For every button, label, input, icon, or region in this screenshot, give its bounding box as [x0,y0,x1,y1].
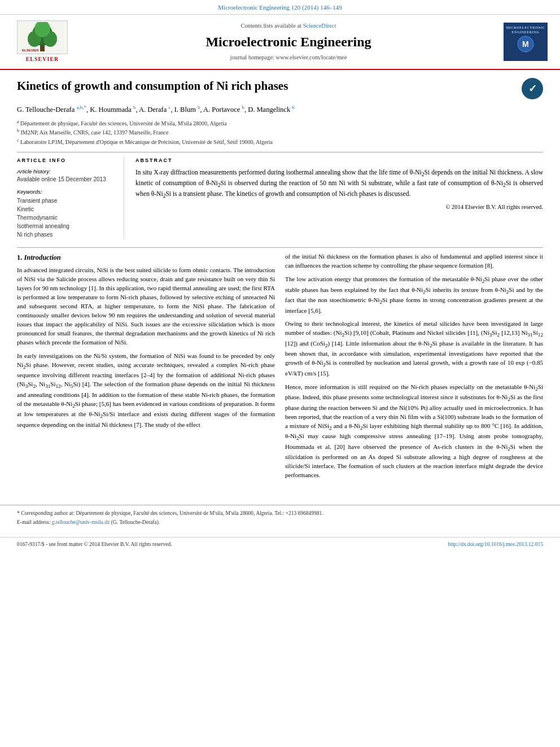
crossmark[interactable]: ✓ [522,78,543,99]
body-col-left: 1. Introduction In advanced integrated c… [17,252,275,484]
journal-header: ELSEVIER ELSEVIER Contents lists availab… [0,15,560,70]
authors-line: G. Tellouche-Derafa a,b,*, K. Hoummada b… [17,104,543,115]
elsevier-wordmark: ELSEVIER [26,55,59,63]
right-para-1: of the initial Ni thickness on the forma… [285,252,543,270]
svg-text:✓: ✓ [528,83,537,94]
sciencedirect-link[interactable]: ScienceDirect [303,23,336,29]
svg-text:M: M [522,40,529,49]
article-content: Kinetics of growth and consumption of Ni… [0,70,560,495]
divider [17,152,543,152]
copyright-line: © 2014 Elsevier B.V. All rights reserved… [135,203,543,212]
intro-para-2: In early investigations on the Ni/Si sys… [17,352,275,430]
logo-icon: M [517,36,534,58]
affiliation-b: b IM2NP, Aix Marseille, CNRS, case 142, … [17,128,543,137]
keyword-5: Ni rich phases [17,231,116,239]
svg-text:ELSEVIER: ELSEVIER [22,49,39,52]
article-info-title: ARTICLE INFO [17,157,116,164]
elsevier-tree-logo: ELSEVIER [17,20,68,54]
journal-homepage: journal homepage: www.elsevier.com/locat… [79,54,498,62]
page-wrapper: Microelectronic Engineering 120 (2014) 1… [0,0,560,747]
journal-reference: Microelectronic Engineering 120 (2014) 1… [218,4,342,11]
top-bar: Microelectronic Engineering 120 (2014) 1… [0,0,560,15]
article-info-col: ARTICLE INFO Article history: Available … [17,157,124,239]
email-link[interactable]: g.tellouche@univ-msila.dz [52,519,110,525]
issn-text: 0167-9317/$ - see front matter © 2014 El… [17,541,172,548]
abstract-col: ABSTRACT In situ X-ray diffraction measu… [135,157,543,239]
article-title-row: Kinetics of growth and consumption of Ni… [17,78,543,99]
crossmark-icon[interactable]: ✓ [522,78,543,99]
affiliations: a Département de physique, Faculté des s… [17,119,543,146]
journal-logo-right-area: MICROELECTRONIC ENGINEERING M [504,23,549,61]
keyword-2: Kinetic [17,206,116,213]
journal-logo-right: MICROELECTRONIC ENGINEERING M [504,23,548,61]
keyword-3: Thermodynamic [17,214,116,222]
right-para-2: The low activation energy that promotes … [285,275,543,315]
divider-2 [17,247,543,248]
affiliation-c: c Laboratoire LP3M, Département d'Optiqu… [17,137,543,146]
email-note: E-mail address: g.tellouche@univ-msila.d… [17,519,543,526]
sciencedirect-line: Contents lists available at ScienceDirec… [79,22,498,30]
sciencedirect-text: Contents lists available at [240,23,301,29]
footer: * Corresponding author at: Département d… [0,505,560,534]
elsevier-logo: ELSEVIER ELSEVIER [11,20,73,63]
info-abstract-cols: ARTICLE INFO Article history: Available … [17,157,543,239]
bottom-bar: 0167-9317/$ - see front matter © 2014 El… [0,537,560,551]
keywords-list: Transient phase Kinetic Thermodynamic Is… [17,197,116,239]
right-para-4: Hence, more information is still require… [285,383,543,480]
right-para-3: Owing to their technological interest, t… [285,320,543,378]
doi-link[interactable]: http://dx.doi.org/10.1016/j.mee.2013.12.… [448,541,543,548]
keywords-label: Keywords: [17,188,116,195]
intro-para-1: In advanced integrated circuits, NiSi is… [17,266,275,347]
abstract-text: In situ X-ray diffraction measurements p… [135,168,543,200]
article-title: Kinetics of growth and consumption of Ni… [17,78,516,94]
journal-header-center: Contents lists available at ScienceDirec… [79,22,498,62]
body-two-col: 1. Introduction In advanced integrated c… [17,252,543,484]
corresponding-note: * Corresponding author at: Département d… [17,510,543,517]
history-label: Article history: [17,168,116,175]
section1-heading: 1. Introduction [17,252,275,263]
keyword-4: Isothermal annealing [17,222,116,230]
elsevier-logo-area: ELSEVIER ELSEVIER [11,20,73,63]
abstract-title: ABSTRACT [135,157,543,164]
body-col-right: of the initial Ni thickness on the forma… [285,252,543,484]
logo-top-text: MICROELECTRONIC ENGINEERING [506,25,545,35]
journal-title: Microelectronic Engineering [79,33,498,52]
affiliation-a: a Département de physique, Faculté des s… [17,119,543,128]
available-online: Available online 15 December 2013 [17,176,116,184]
keyword-1: Transient phase [17,197,116,205]
